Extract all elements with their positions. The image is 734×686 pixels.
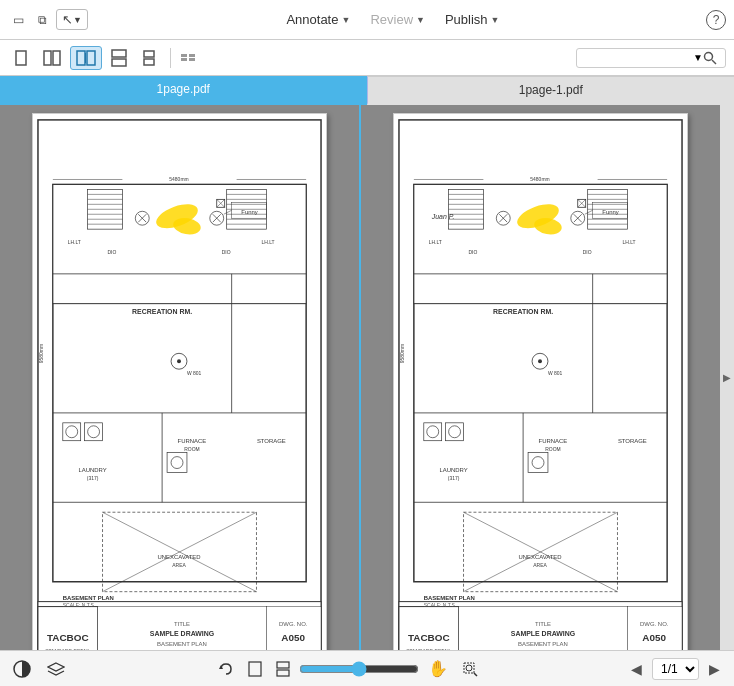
prev-page-btn[interactable]: ◀ bbox=[625, 659, 648, 679]
handle-icon: ▶ bbox=[723, 372, 731, 383]
contrast-btn[interactable] bbox=[8, 657, 36, 681]
window-icon-1[interactable]: ▭ bbox=[8, 10, 29, 30]
search-box[interactable]: ▼ bbox=[576, 48, 726, 68]
right-panel-handle[interactable]: ▶ bbox=[720, 105, 734, 650]
zoom-slider[interactable] bbox=[299, 661, 419, 677]
hand-tool-btn[interactable]: ✋ bbox=[423, 656, 453, 681]
svg-text:SAMPLE DRAWING: SAMPLE DRAWING bbox=[150, 630, 214, 637]
svg-rect-14 bbox=[38, 607, 98, 650]
right-blueprint: TACBOC STANDARD DETAIL TITLE SAMPLE DRAW… bbox=[394, 114, 687, 650]
svg-rect-100 bbox=[627, 607, 682, 650]
annotate-menu[interactable]: Annotate ▼ bbox=[276, 8, 360, 31]
publish-menu[interactable]: Publish ▼ bbox=[435, 8, 510, 31]
svg-point-123 bbox=[538, 359, 542, 363]
menu-items: Annotate ▼ Review ▼ Publish ▼ bbox=[276, 8, 509, 31]
svg-rect-4 bbox=[87, 51, 95, 65]
review-label: Review bbox=[370, 12, 413, 27]
svg-text:BASEMENT PLAN: BASEMENT PLAN bbox=[157, 641, 207, 647]
svg-text:STORAGE: STORAGE bbox=[618, 438, 647, 444]
window-icon-2[interactable]: ⧉ bbox=[33, 10, 52, 30]
svg-text:9580mm: 9580mm bbox=[400, 344, 405, 363]
svg-text:TACBOC: TACBOC bbox=[47, 632, 89, 643]
svg-text:LH.LT: LH.LT bbox=[622, 240, 635, 245]
search-input[interactable] bbox=[583, 51, 693, 65]
view-options bbox=[181, 54, 195, 61]
single-page-view-btn[interactable] bbox=[243, 658, 267, 680]
single-scroll-btn[interactable] bbox=[136, 47, 162, 69]
svg-line-11 bbox=[712, 60, 716, 64]
review-menu[interactable]: Review ▼ bbox=[360, 8, 435, 31]
page-nav: ◀ 1/1 ▶ bbox=[625, 658, 726, 680]
svg-rect-1 bbox=[44, 51, 51, 65]
side-by-side-btn[interactable] bbox=[70, 46, 102, 70]
svg-text:DIO: DIO bbox=[107, 250, 116, 255]
svg-point-179 bbox=[466, 665, 472, 671]
svg-text:LH.LT: LH.LT bbox=[429, 240, 442, 245]
vertical-split-btn[interactable] bbox=[106, 46, 132, 70]
svg-text:LAUNDRY: LAUNDRY bbox=[78, 467, 106, 473]
svg-text:UNEXCAVATED: UNEXCAVATED bbox=[157, 554, 200, 560]
review-arrow: ▼ bbox=[416, 15, 425, 25]
svg-rect-9 bbox=[144, 59, 154, 65]
left-blueprint: TACBOC STANDARD DETAIL TITLE SAMPLE DRAW… bbox=[33, 114, 326, 650]
svg-text:A050: A050 bbox=[642, 632, 666, 643]
svg-text:Juan P.: Juan P. bbox=[431, 213, 455, 220]
svg-text:DWG. NO.: DWG. NO. bbox=[640, 621, 669, 627]
page-select[interactable]: 1/1 bbox=[652, 658, 699, 680]
top-toolbar: ▭ ⧉ ↖ ▼ Annotate ▼ Review ▼ Publish ▼ ? bbox=[0, 0, 734, 40]
single-page-btn[interactable] bbox=[8, 47, 34, 69]
right-page: TACBOC STANDARD DETAIL TITLE SAMPLE DRAW… bbox=[393, 113, 688, 650]
svg-rect-8 bbox=[144, 51, 154, 57]
svg-text:Funny: Funny bbox=[602, 209, 619, 215]
left-page: TACBOC STANDARD DETAIL TITLE SAMPLE DRAW… bbox=[32, 113, 327, 650]
search-submit-btn[interactable] bbox=[703, 51, 717, 65]
svg-text:5480mm: 5480mm bbox=[530, 177, 549, 182]
zoom-slider-container: ✋ bbox=[76, 656, 619, 681]
svg-rect-93 bbox=[399, 607, 459, 650]
tab-1page[interactable]: 1page.pdf bbox=[0, 76, 367, 105]
bottom-toolbar: ✋ ◀ 1/1 ▶ bbox=[0, 650, 734, 686]
svg-text:FURNACE: FURNACE bbox=[178, 438, 207, 444]
svg-text:W 801: W 801 bbox=[187, 371, 202, 376]
search-dropdown-btn[interactable]: ▼ bbox=[693, 52, 703, 63]
side-by-side-icon bbox=[76, 50, 96, 66]
single-page-icon bbox=[13, 50, 29, 66]
continuous-view-btn[interactable] bbox=[271, 658, 295, 680]
svg-text:SCALE: N.T.S.: SCALE: N.T.S. bbox=[63, 603, 95, 608]
single-scroll-icon bbox=[141, 50, 157, 66]
two-page-icon bbox=[43, 50, 61, 66]
annotate-label: Annotate bbox=[286, 12, 338, 27]
svg-text:TITLE: TITLE bbox=[535, 621, 551, 627]
svg-text:FURNACE: FURNACE bbox=[539, 438, 568, 444]
two-page-btn[interactable] bbox=[38, 47, 66, 69]
dropdown-arrow: ▼ bbox=[693, 52, 703, 63]
svg-text:SAMPLE DRAWING: SAMPLE DRAWING bbox=[511, 630, 575, 637]
svg-text:ROOM: ROOM bbox=[545, 447, 560, 452]
window-controls: ▭ ⧉ ↖ ▼ bbox=[8, 9, 88, 30]
svg-rect-3 bbox=[77, 51, 85, 65]
svg-rect-21 bbox=[266, 607, 321, 650]
help-button[interactable]: ? bbox=[706, 10, 726, 30]
vertical-split-icon bbox=[111, 49, 127, 67]
svg-point-10 bbox=[704, 52, 712, 60]
undo-btn[interactable] bbox=[213, 658, 239, 680]
marquee-zoom-btn[interactable] bbox=[457, 658, 483, 680]
toolbar-separator-1 bbox=[170, 48, 171, 68]
svg-text:STORAGE: STORAGE bbox=[257, 438, 286, 444]
next-page-btn[interactable]: ▶ bbox=[703, 659, 726, 679]
svg-text:BASEMENT PLAN: BASEMENT PLAN bbox=[424, 595, 475, 601]
second-toolbar: ▼ bbox=[0, 40, 734, 76]
undo-icon bbox=[218, 661, 234, 677]
search-icon bbox=[703, 51, 717, 65]
svg-rect-0 bbox=[16, 51, 26, 65]
cursor-tool[interactable]: ↖ ▼ bbox=[56, 9, 88, 30]
layers-btn[interactable] bbox=[42, 659, 70, 679]
svg-text:RECREATION RM.: RECREATION RM. bbox=[493, 308, 553, 315]
svg-text:W 801: W 801 bbox=[548, 371, 563, 376]
tab-bar: 1page.pdf 1page-1.pdf bbox=[0, 76, 734, 105]
svg-text:UNEXCAVATED: UNEXCAVATED bbox=[518, 554, 561, 560]
page-view-icon bbox=[248, 661, 262, 677]
tab-1page-1[interactable]: 1page-1.pdf bbox=[367, 76, 735, 105]
svg-text:LAUNDRY: LAUNDRY bbox=[439, 467, 467, 473]
svg-text:LH.LT: LH.LT bbox=[261, 240, 274, 245]
